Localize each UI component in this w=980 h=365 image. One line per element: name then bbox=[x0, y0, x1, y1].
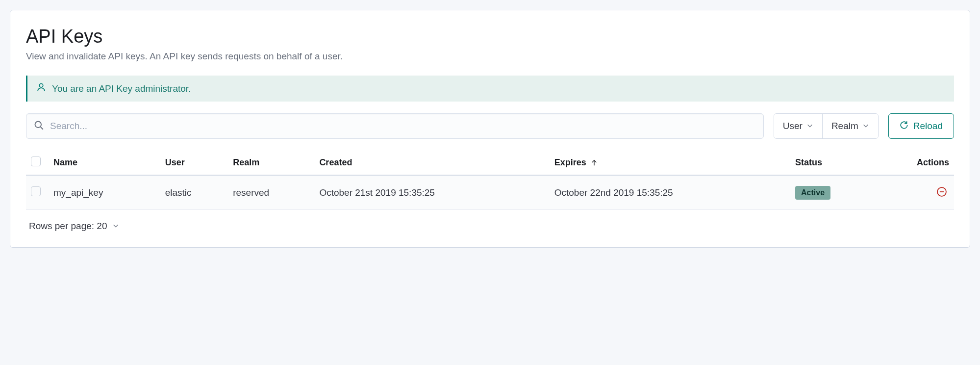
refresh-icon bbox=[900, 121, 908, 132]
minus-circle-icon bbox=[936, 191, 947, 199]
svg-point-0 bbox=[39, 84, 43, 88]
api-keys-panel: API Keys View and invalidate API keys. A… bbox=[10, 10, 970, 248]
filter-user-label: User bbox=[783, 121, 803, 131]
search-icon bbox=[34, 120, 44, 132]
user-admin-icon bbox=[36, 82, 46, 95]
reload-button[interactable]: Reload bbox=[888, 113, 954, 139]
rows-per-page-button[interactable]: Rows per page: 20 bbox=[26, 210, 954, 232]
table-header-row: Name User Realm Created Expires Status A… bbox=[26, 151, 954, 175]
invalidate-button[interactable] bbox=[934, 184, 949, 201]
filter-realm-label: Realm bbox=[831, 121, 858, 131]
chevron-down-icon bbox=[862, 121, 869, 131]
col-actions: Actions bbox=[875, 151, 954, 175]
col-status[interactable]: Status bbox=[790, 151, 875, 175]
callout-text: You are an API Key administrator. bbox=[52, 83, 191, 94]
page-subtitle: View and invalidate API keys. An API key… bbox=[26, 51, 954, 62]
page-title: API Keys bbox=[26, 26, 954, 47]
rows-per-page-label: Rows per page: 20 bbox=[29, 221, 107, 232]
chevron-down-icon bbox=[112, 221, 119, 232]
cell-user: elastic bbox=[160, 175, 228, 210]
col-realm[interactable]: Realm bbox=[228, 151, 314, 175]
select-all-checkbox[interactable] bbox=[31, 156, 41, 166]
svg-point-1 bbox=[35, 122, 42, 128]
search-wrap bbox=[26, 113, 764, 139]
search-input[interactable] bbox=[26, 113, 764, 139]
cell-name: my_api_key bbox=[49, 175, 160, 210]
svg-line-2 bbox=[41, 127, 43, 130]
table-row: my_api_key elastic reserved October 21st… bbox=[26, 175, 954, 210]
col-expires[interactable]: Expires bbox=[550, 151, 790, 175]
filter-user-button[interactable]: User bbox=[774, 114, 822, 138]
row-select-checkbox[interactable] bbox=[31, 186, 41, 196]
cell-realm: reserved bbox=[228, 175, 314, 210]
controls-bar: User Realm Reload bbox=[26, 113, 954, 139]
arrow-up-icon bbox=[591, 159, 598, 166]
cell-actions bbox=[875, 175, 954, 210]
cell-expires: October 22nd 2019 15:35:25 bbox=[550, 175, 790, 210]
col-user[interactable]: User bbox=[160, 151, 228, 175]
col-created[interactable]: Created bbox=[314, 151, 549, 175]
filter-realm-button[interactable]: Realm bbox=[822, 114, 878, 138]
reload-label: Reload bbox=[913, 121, 943, 131]
api-keys-table: Name User Realm Created Expires Status A… bbox=[26, 151, 954, 210]
cell-status: Active bbox=[790, 175, 875, 210]
admin-callout: You are an API Key administrator. bbox=[26, 76, 954, 102]
status-badge: Active bbox=[795, 186, 830, 200]
chevron-down-icon bbox=[806, 121, 813, 131]
col-name[interactable]: Name bbox=[49, 151, 160, 175]
cell-created: October 21st 2019 15:35:25 bbox=[314, 175, 549, 210]
filter-group: User Realm bbox=[774, 113, 879, 139]
